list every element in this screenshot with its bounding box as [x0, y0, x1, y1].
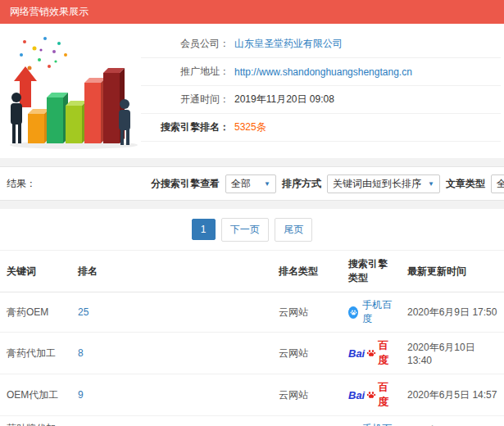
time-cell: 2020年6月10日 13:40 — [401, 333, 504, 374]
table-row: OEM代加工9云网站 Bai 百度 2020年6月5日 14:57 — [0, 374, 504, 416]
paw-icon — [350, 309, 357, 316]
sort-label: 排序方式 — [282, 177, 321, 191]
baidu-logo-bai: Bai — [348, 347, 365, 360]
col-header-rank-type: 排名类型 — [272, 251, 342, 292]
results-table: 关键词 排名 排名类型 搜索引擎类型 最新更新时间 膏药OEM25云网站 手机百… — [0, 250, 504, 426]
baidu-logo: Bai 百度 — [348, 380, 394, 410]
confetti-dots — [20, 37, 67, 70]
keyword-cell: OEM代加工 — [0, 374, 71, 416]
sort-value: 关键词由短到长排序 — [333, 177, 421, 191]
time-cell: 2020年6月5日 14:57 — [401, 374, 504, 416]
time-cell: 2020年6月18日 10:25 — [401, 416, 504, 426]
baidu-paw-icon — [366, 390, 376, 400]
mobile-baidu-badge: 手机百度 — [348, 298, 394, 326]
sort-select[interactable]: 关键词由短到长排序 ▼ — [327, 174, 440, 193]
table-row: 药贴牌代加工27云网站 手机百度 2020年6月18日 10:25 — [0, 416, 504, 426]
promo-url-link[interactable]: http://www.shandonghuangshengtang.cn — [234, 66, 412, 78]
engine-rank-label: 搜索引擎排名： — [141, 120, 229, 134]
baidu-logo-bai: Bai — [348, 389, 365, 401]
table-header-row: 关键词 排名 排名类型 搜索引擎类型 最新更新时间 — [0, 251, 504, 292]
article-type-value: 全部 — [497, 177, 504, 191]
mobile-baidu-label: 手机百度 — [362, 422, 394, 426]
baidu-paw-icon — [366, 348, 376, 358]
results-section: 1 下一页 尾页 关键词 排名 排名类型 搜索引擎类型 最新更新时间 膏药OEM… — [0, 209, 504, 426]
rank-type-cell: 云网站 — [272, 374, 342, 416]
article-type-select[interactable]: 全部 ▼ — [491, 174, 504, 193]
engine-cell: Bai 百度 — [342, 333, 401, 374]
article-type-label: 文章类型 — [446, 177, 485, 191]
table-row: 膏药OEM25云网站 手机百度 2020年6月9日 17:50 — [0, 292, 504, 333]
open-time-label: 开通时间： — [141, 93, 229, 106]
paw-icon — [366, 348, 376, 358]
info-section: 会员公司： 山东皇圣堂药业有限公司 推广地址： http://www.shand… — [0, 24, 504, 158]
rank-cell: 9 — [71, 374, 272, 416]
member-info-fields: 会员公司： 山东皇圣堂药业有限公司 推广地址： http://www.shand… — [141, 29, 504, 150]
keyword-cell: 药贴牌代加工 — [0, 416, 71, 426]
keyword-cell: 膏药代加工 — [0, 333, 71, 374]
rank-type-cell: 云网站 — [272, 416, 342, 426]
page-current[interactable]: 1 — [192, 219, 216, 240]
page-next-button[interactable]: 下一页 — [221, 218, 269, 242]
rank-link[interactable]: 25 — [78, 306, 89, 318]
bars — [28, 68, 125, 143]
filter-toolbar: 结果： 分搜索引擎查看 全部 ▼ 排序方式 关键词由短到长排序 ▼ 文章类型 全… — [0, 166, 504, 201]
col-header-rank: 排名 — [71, 251, 272, 292]
company-link[interactable]: 山东皇圣堂药业有限公司 — [234, 37, 343, 51]
mobile-baidu-label: 手机百度 — [362, 298, 394, 326]
promo-url-label: 推广地址： — [141, 65, 229, 79]
engine-filter-select[interactable]: 全部 ▼ — [225, 174, 276, 193]
baidu-logo: Bai 百度 — [348, 338, 394, 368]
rank-link[interactable]: 8 — [78, 347, 84, 359]
page-title: 网络营销效果展示 — [10, 6, 89, 17]
engine-rank-field: 搜索引擎排名： 5325条 — [141, 114, 501, 142]
baidu-logo-cn: 百度 — [378, 338, 394, 368]
open-time-field: 开通时间： 2019年11月20日 09:08 — [141, 86, 501, 114]
baidu-logo-cn: 百度 — [378, 380, 394, 410]
col-header-keyword: 关键词 — [0, 251, 71, 292]
filters: 分搜索引擎查看 全部 ▼ 排序方式 关键词由短到长排序 ▼ 文章类型 全部 ▼ … — [151, 174, 504, 193]
engine-cell: Bai 百度 — [342, 374, 401, 416]
rank-link[interactable]: 9 — [78, 389, 84, 401]
mobile-baidu-badge: 手机百度 — [348, 422, 394, 426]
engine-filter-value: 全部 — [231, 177, 251, 191]
table-row: 膏药代加工8云网站 Bai 百度 2020年6月10日 13:40 — [0, 333, 504, 374]
title-bar: 网络营销效果展示 — [0, 0, 504, 24]
engine-rank-count: 5325条 — [234, 120, 266, 134]
engine-filter-label: 分搜索引擎查看 — [151, 177, 220, 191]
page-last-button[interactable]: 尾页 — [275, 218, 312, 242]
company-field: 会员公司： 山东皇圣堂药业有限公司 — [141, 30, 501, 58]
growth-chart-illustration — [0, 29, 141, 150]
rank-cell: 8 — [71, 333, 272, 374]
mobile-baidu-icon — [348, 306, 358, 319]
result-label: 结果： — [7, 177, 36, 191]
rank-type-cell: 云网站 — [272, 333, 342, 374]
rank-type-cell: 云网站 — [272, 292, 342, 333]
pagination: 1 下一页 尾页 — [0, 209, 504, 250]
time-cell: 2020年6月9日 17:50 — [401, 292, 504, 333]
engine-cell: 手机百度 — [342, 292, 401, 333]
company-label: 会员公司： — [141, 37, 229, 51]
keyword-cell: 膏药OEM — [0, 292, 71, 333]
paw-icon — [366, 390, 376, 400]
col-header-engine-type: 搜索引擎类型 — [342, 251, 401, 292]
col-header-updated: 最新更新时间 — [401, 251, 504, 292]
rank-cell: 25 — [71, 292, 272, 333]
promo-url-field: 推广地址： http://www.shandonghuangshengtang.… — [141, 58, 501, 86]
open-time-value: 2019年11月20日 09:08 — [234, 93, 334, 106]
table-body: 膏药OEM25云网站 手机百度 2020年6月9日 17:50膏药代加工8云网站… — [0, 292, 504, 426]
chevron-down-icon: ▼ — [428, 180, 434, 188]
engine-cell: 手机百度 — [342, 416, 401, 426]
chevron-down-icon: ▼ — [264, 180, 270, 188]
rank-cell: 27 — [71, 416, 272, 426]
businessman-left — [11, 93, 22, 143]
